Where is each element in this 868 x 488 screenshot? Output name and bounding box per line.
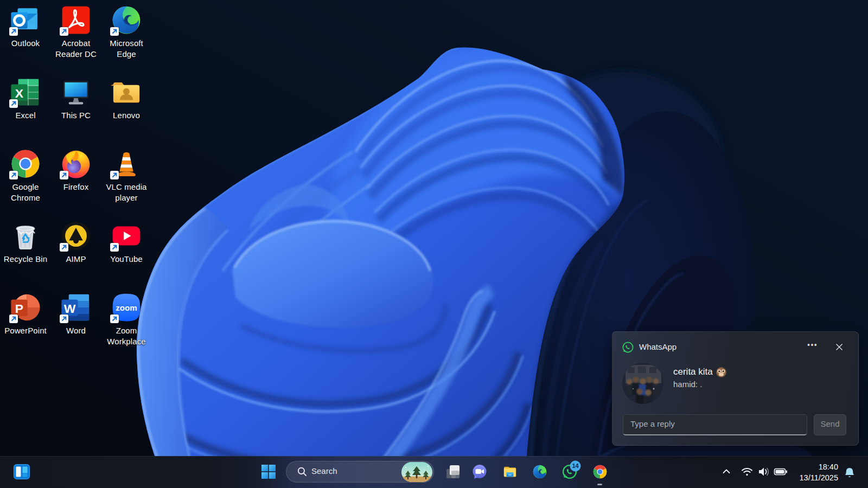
svg-text:X: X [15, 86, 24, 100]
svg-text:zoom: zoom [116, 303, 137, 312]
svg-text:14: 14 [572, 463, 579, 469]
svg-text:W: W [64, 301, 76, 316]
svg-text:P: P [15, 301, 23, 316]
